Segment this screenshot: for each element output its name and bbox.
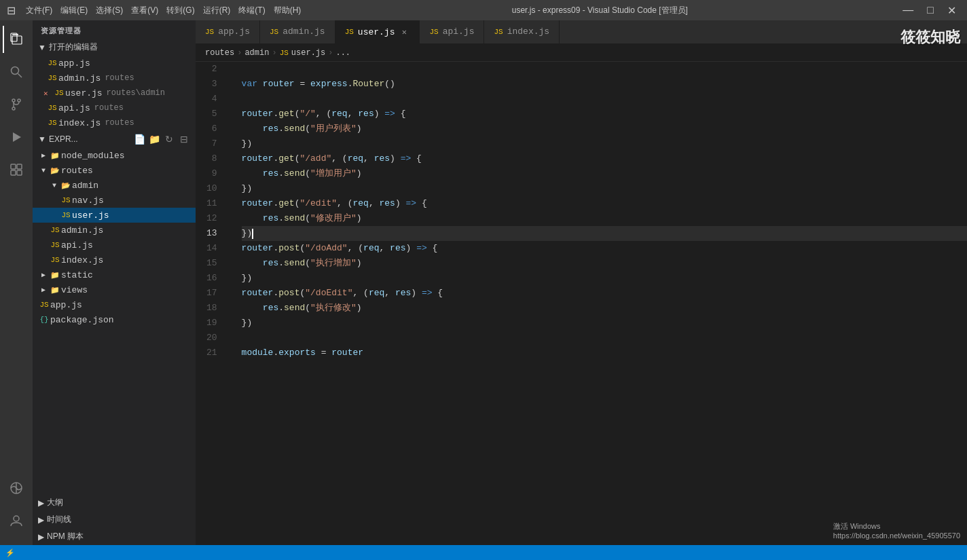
menu-file[interactable]: 文件(F) — [26, 5, 52, 16]
tree-views[interactable]: ▶ 📁 views — [33, 282, 196, 297]
fn-get: get — [278, 196, 294, 211]
activity-account[interactable] — [3, 507, 30, 534]
activity-extensions[interactable] — [3, 156, 30, 183]
menu-terminal[interactable]: 终端(T) — [238, 5, 265, 16]
file-label: nav.js — [72, 195, 104, 206]
npm-section[interactable]: ▶ NPM 脚本 — [33, 528, 196, 545]
tree-admin-js[interactable]: JS admin.js — [33, 223, 196, 238]
js-icon: JS — [49, 256, 61, 264]
file-label: app.js — [58, 58, 90, 69]
menu-help[interactable]: 帮助(H) — [274, 5, 302, 16]
punct: , ( — [348, 241, 363, 256]
refresh-btn[interactable]: ↻ — [163, 133, 175, 145]
maximize-button[interactable]: □ — [923, 4, 938, 16]
punct: , — [348, 107, 359, 122]
tree-admin[interactable]: ▼ 📂 admin — [33, 178, 196, 193]
folder-label: routes — [61, 166, 93, 176]
code-line-3: var router = express.Router() — [242, 77, 967, 92]
var-res: res — [358, 107, 373, 122]
code-content[interactable]: var router = express.Router() router.get… — [236, 62, 967, 545]
activity-files[interactable] — [3, 26, 30, 53]
tab-api-js[interactable]: JS api.js — [420, 20, 484, 43]
var-res: res — [263, 301, 278, 316]
breadcrumb: routes › admin › JS user.js › ... — [196, 44, 967, 62]
punct: ) — [374, 107, 385, 122]
timeline-section[interactable]: ▶ 时间线 — [33, 511, 196, 528]
collapse-btn[interactable]: ⊟ — [178, 133, 190, 145]
remote-status[interactable]: ⚡ — [5, 548, 15, 557]
folder-icon: 📁 — [49, 151, 61, 160]
tree-nav-js[interactable]: JS nav.js — [33, 193, 196, 208]
punct: , — [380, 241, 390, 256]
tab-label: app.js — [218, 26, 250, 37]
breadcrumb-item-more[interactable]: ... — [335, 48, 350, 58]
breadcrumb-item-admin[interactable]: admin — [244, 48, 269, 58]
tree-app-js[interactable]: JS app.js — [33, 297, 196, 312]
str-edituser: "修改用户" — [310, 211, 357, 226]
tree-package-json[interactable]: {} package.json — [33, 312, 196, 327]
new-file-btn[interactable]: 📄 — [133, 133, 145, 145]
svg-point-3 — [12, 67, 19, 75]
new-folder-btn[interactable]: 📁 — [148, 133, 160, 145]
line-num-6: 6 — [196, 122, 228, 136]
minimize-button[interactable]: — — [898, 4, 917, 16]
punct: ) — [406, 241, 417, 256]
open-editor-user-js[interactable]: ✕ JS user.js routes\admin — [33, 86, 196, 100]
status-left: ⚡ — [5, 548, 15, 557]
open-editor-index-js[interactable]: JS index.js routes — [33, 115, 196, 130]
punct: }) — [242, 136, 253, 151]
tab-user-js[interactable]: JS user.js ✕ — [335, 20, 420, 43]
tree-index-js[interactable]: JS index.js — [33, 253, 196, 267]
breadcrumb-item-userjs[interactable]: user.js — [291, 48, 325, 58]
tab-admin-js[interactable]: JS admin.js — [260, 20, 335, 43]
code-line-10: }) — [242, 181, 967, 196]
activity-remote[interactable] — [3, 474, 30, 502]
var-router: router — [242, 107, 274, 122]
open-editor-api-js[interactable]: JS api.js routes — [33, 100, 196, 115]
activity-debug[interactable] — [3, 124, 30, 151]
code-editor[interactable]: 2 3 4 5 6 7 8 9 10 11 12 13 14 15 16 17 … — [196, 62, 967, 545]
var-router: router — [242, 286, 274, 301]
outline-section[interactable]: ▶ 大纲 — [33, 494, 196, 511]
outline-arrow: ▶ — [38, 498, 44, 508]
menu-select[interactable]: 选择(S) — [96, 5, 123, 16]
activity-source-control[interactable] — [3, 91, 30, 118]
js-icon: JS — [53, 89, 65, 97]
close-button[interactable]: ✕ — [943, 4, 960, 17]
tree-user-js[interactable]: JS user.js — [33, 208, 196, 223]
menu-run[interactable]: 运行(R) — [203, 5, 231, 16]
breadcrumb-sep: › — [237, 48, 242, 58]
line-num-15: 15 — [196, 256, 228, 271]
tree-node-modules[interactable]: ▶ 📁 node_modules — [33, 148, 196, 163]
open-editor-admin-js[interactable]: JS admin.js routes — [33, 71, 196, 86]
line-num-3: 3 — [196, 77, 228, 92]
explorer-section[interactable]: ▼ EXPR... 📄 📁 ↻ ⊟ — [33, 130, 196, 148]
line-num-11: 11 — [196, 196, 228, 211]
tab-close-button[interactable]: ✕ — [399, 26, 409, 37]
menu-view[interactable]: 查看(V) — [131, 5, 158, 16]
code-line-6: res.send("用户列表") — [242, 122, 967, 136]
fn-get: get — [278, 151, 294, 166]
punct: . — [348, 77, 353, 92]
tree-api-js[interactable]: JS api.js — [33, 238, 196, 253]
tab-index-js[interactable]: JS index.js — [484, 20, 560, 43]
svg-rect-11 — [17, 164, 22, 169]
tree-routes[interactable]: ▼ 📂 routes — [33, 163, 196, 178]
tab-app-js[interactable]: JS app.js — [196, 20, 260, 43]
activity-search[interactable] — [3, 58, 30, 86]
fn-send: send — [284, 256, 305, 271]
code-line-12: res.send("修改用户") — [242, 211, 967, 226]
code-line-13: }) — [242, 226, 967, 241]
var-res: res — [263, 166, 278, 181]
open-editors-section[interactable]: ▼ 打开的编辑器 — [33, 39, 196, 56]
tree-static[interactable]: ▶ 📁 static — [33, 267, 196, 282]
punct: = — [295, 77, 310, 92]
punct: ) — [395, 196, 406, 211]
js-icon: JS — [49, 226, 61, 234]
menu-edit[interactable]: 编辑(E) — [60, 5, 88, 16]
menu-goto[interactable]: 转到(G) — [166, 5, 194, 16]
breadcrumb-item-routes[interactable]: routes — [205, 48, 234, 58]
open-editor-app-js[interactable]: JS app.js — [33, 56, 196, 71]
code-line-18: res.send("执行修改") — [242, 301, 967, 316]
punct: ) — [357, 301, 362, 316]
